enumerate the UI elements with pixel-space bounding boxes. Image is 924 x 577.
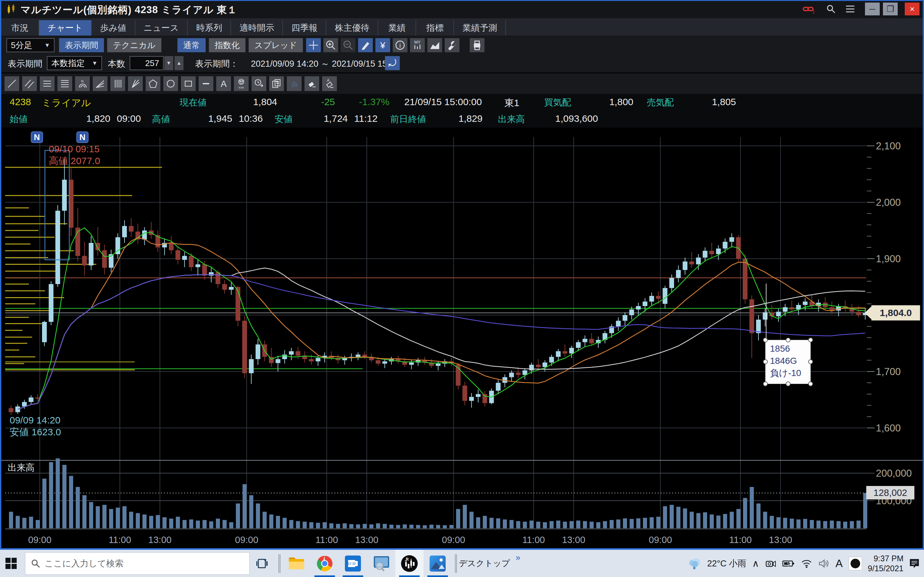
resize-handle[interactable] [763, 359, 768, 364]
eraser-icon[interactable] [304, 76, 319, 91]
resize-handle[interactable] [786, 382, 790, 386]
tab-歩み値[interactable]: 歩み値 [92, 20, 136, 35]
horizontal-segment-icon[interactable] [199, 76, 213, 91]
svg-text:09:00: 09:00 [235, 535, 258, 545]
toolbar-button-指数化[interactable]: 指数化 [209, 38, 246, 52]
my-chart-icon[interactable]: MY [410, 38, 425, 52]
meet-now-icon[interactable] [765, 559, 776, 568]
taskbar-app-clock-app[interactable]: 12:30 [339, 550, 367, 577]
link-icon[interactable]: 1 [802, 3, 815, 15]
system-tray: 22°C 小雨 ∧ A 9:37 PM 9/15/2021 [687, 554, 924, 574]
ellipse-icon[interactable] [163, 76, 178, 91]
chevron-expand-icon[interactable]: » [515, 553, 520, 562]
minimize-button[interactable]: ─ [865, 3, 880, 15]
taskbar-app-screen-magnifier[interactable] [367, 550, 395, 577]
resize-handle[interactable] [786, 338, 790, 342]
icon-stamp-icon[interactable]: icon [234, 76, 249, 91]
taskbar-app-chrome[interactable] [310, 550, 339, 577]
reload-icon[interactable]: ⤾ [385, 56, 400, 70]
fan-lines-icon[interactable] [93, 76, 107, 91]
resize-handle[interactable] [808, 382, 813, 386]
resize-handle[interactable] [808, 338, 813, 342]
pencil-icon[interactable] [358, 38, 373, 52]
zoom-in-icon[interactable] [323, 38, 338, 52]
taskbar-clock[interactable]: 9:37 PM 9/15/2021 [868, 554, 903, 574]
info-icon[interactable]: i [393, 38, 407, 52]
chart-area[interactable]: 2,1002,0001,9001,7001,600200,000100,0000… [0, 127, 924, 548]
wrench-icon[interactable] [445, 38, 459, 52]
weather-icon[interactable] [687, 557, 701, 570]
gann-fan-icon[interactable] [128, 76, 143, 91]
crosshair-plus-icon[interactable] [306, 38, 321, 52]
resize-handle[interactable] [763, 338, 768, 342]
yen-icon[interactable]: ¥ [375, 38, 390, 52]
horizontal-lines-icon[interactable] [57, 76, 72, 91]
pentagon-icon[interactable] [145, 76, 160, 91]
ime-mode-indicator[interactable]: A [835, 557, 843, 570]
hidden-icons-chevron[interactable]: ∧ [752, 558, 759, 569]
hand-tool-icon[interactable] [287, 76, 302, 91]
taskbar-app-marketspeed[interactable]: R [395, 550, 423, 577]
desktop-toolbar[interactable]: デスクトップ » [459, 558, 523, 569]
taskbar-search-input[interactable]: ここに入力して検索 [25, 552, 250, 575]
vertical-lines-icon[interactable] [110, 76, 125, 91]
tab-時系列[interactable]: 時系列 [188, 20, 231, 35]
price-chart[interactable]: 2,1002,0001,9001,7001,600200,000100,0000… [0, 127, 924, 548]
interval-dropdown[interactable]: 5分足▼ [6, 38, 55, 52]
menu-icon[interactable] [844, 3, 857, 15]
count-input[interactable]: 257 [129, 56, 164, 70]
tab-市況[interactable]: 市況 [1, 20, 39, 35]
count-decrement-button[interactable]: ▼ [164, 56, 173, 70]
news-marker[interactable]: N [31, 131, 43, 143]
fib-retracement-icon[interactable] [40, 76, 55, 91]
action-center-icon[interactable] [908, 558, 921, 569]
close-button[interactable]: × [905, 3, 919, 15]
tab-業績予測[interactable]: 業績予測 [454, 20, 506, 35]
parallel-channel-icon[interactable] [22, 76, 37, 91]
zoom-out-icon[interactable] [341, 38, 355, 52]
resize-handle[interactable] [763, 382, 768, 386]
resize-handle[interactable] [808, 359, 813, 364]
tab-株主優待[interactable]: 株主優待 [326, 20, 378, 35]
tab-業績[interactable]: 業績 [378, 20, 416, 35]
tab-適時開示[interactable]: 適時開示 [231, 20, 283, 35]
title-bar[interactable]: マルチツール(個別銘柄) 4238 ミライアル 東１ 1 ─ ❐ × [0, 0, 924, 18]
battery-icon[interactable] [782, 559, 795, 568]
wifi-icon[interactable] [801, 559, 813, 568]
tab-ニュース[interactable]: ニュース [136, 20, 188, 35]
fib-arc-icon[interactable]: fx [75, 76, 90, 91]
time-cycle-icon[interactable] [252, 76, 266, 91]
text-tool-icon[interactable]: A [216, 76, 231, 91]
eraser-all-icon[interactable]: A [322, 76, 337, 91]
period-mode-dropdown[interactable]: 本数指定▼ [47, 56, 102, 70]
tab-四季報[interactable]: 四季報 [283, 20, 326, 35]
count-increment-button[interactable]: ▲ [174, 56, 184, 70]
restore-button[interactable]: ❐ [883, 3, 898, 15]
toolbar-button-スプレッド[interactable]: スプレッド [249, 38, 303, 52]
search-icon[interactable] [825, 3, 837, 15]
start-button[interactable] [0, 550, 23, 577]
rectangle-icon[interactable] [181, 76, 196, 91]
copy-tool-icon[interactable] [269, 76, 284, 91]
trend-line-icon[interactable] [5, 76, 19, 91]
task-view-button[interactable] [250, 550, 275, 577]
tab-指標[interactable]: 指標 [416, 20, 454, 35]
day-volume: 1,093,600 [534, 113, 598, 124]
taskbar-app-photos[interactable] [423, 550, 452, 577]
note-annotation-box[interactable]: 1856 1846G 負け-10 [765, 340, 811, 384]
volume-icon[interactable] [818, 559, 830, 568]
tab-チャート[interactable]: チャート [39, 20, 92, 35]
toolbar-button-テクニカル[interactable]: テクニカル [107, 38, 162, 52]
toolbar-button-表示期間[interactable]: 表示期間 [59, 38, 104, 52]
area-chart-icon[interactable] [427, 38, 442, 52]
printer-icon[interactable] [470, 38, 485, 52]
bid-price: 1,800 [591, 97, 633, 107]
taskbar-app-file-explorer[interactable] [282, 550, 310, 577]
ask-label: 売気配 [647, 97, 674, 109]
news-marker[interactable]: N [76, 131, 89, 143]
taskbar: ここに入力して検索 12:30R デスクトップ » 22°C 小雨 ∧ A 9:… [0, 550, 924, 577]
weather-text[interactable]: 22°C 小雨 [707, 558, 746, 569]
ime-kana-icon[interactable] [849, 557, 862, 570]
tab-bar: 市況チャート歩み値ニュース時系列適時開示四季報株主優待業績指標業績予測 [1, 18, 923, 36]
toolbar-button-通常[interactable]: 通常 [178, 38, 206, 52]
